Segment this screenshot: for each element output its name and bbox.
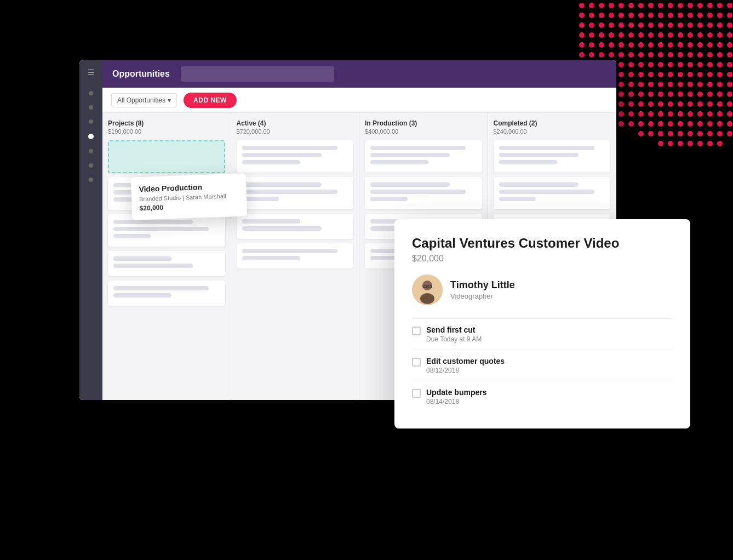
card-line [370, 153, 450, 157]
task-label-2: Update bumpers [426, 388, 486, 397]
card-line [499, 182, 579, 187]
card-line [113, 220, 193, 224]
detail-amount: $20,000 [412, 254, 673, 264]
kanban-card[interactable] [108, 214, 225, 247]
column-amount-in-production: $400,000.00 [365, 128, 482, 135]
card-line [370, 190, 466, 194]
card-line [113, 293, 171, 298]
sidebar-nav-item-2[interactable] [89, 105, 93, 110]
column-amount-completed: $240,000.00 [494, 128, 611, 135]
filter-dropdown[interactable]: All Opportunities ▾ [111, 93, 177, 107]
person-role: Videographer [450, 292, 515, 300]
dragging-card-amount: $20,000 [139, 201, 239, 212]
kanban-card[interactable] [365, 177, 482, 209]
column-title-projects: Projects (8) [108, 119, 225, 127]
detail-panel: Capital Ventures Customer Video $20,000 … [394, 219, 690, 428]
kanban-card[interactable] [494, 177, 611, 209]
card-line [113, 286, 209, 290]
dragging-card-subtitle: Branded Studio | Sarah Marshall [139, 192, 239, 202]
kanban-card[interactable] [365, 140, 482, 173]
task-content-1: Edit customer quotes 08/12/2018 [426, 357, 505, 374]
card-line [113, 234, 151, 238]
card-line [242, 249, 337, 253]
page-title: Opportunities [112, 69, 170, 79]
task-item-1: Edit customer quotes 08/12/2018 [412, 350, 673, 381]
sidebar-nav-item-1[interactable] [89, 91, 93, 95]
card-line [242, 256, 300, 260]
app-header: Opportunities [102, 60, 616, 88]
sidebar-nav-item-4-active[interactable] [88, 134, 94, 139]
detail-title: Capital Ventures Customer Video [412, 236, 673, 252]
kanban-card[interactable] [237, 214, 354, 239]
card-line [113, 227, 209, 231]
task-checkbox-1[interactable] [412, 358, 421, 367]
kanban-column-active: Active (4) $720,000.00 [231, 113, 360, 400]
avatar-image [412, 275, 443, 305]
card-line [370, 160, 428, 164]
card-line [113, 264, 193, 268]
column-title-active: Active (4) [237, 119, 354, 127]
sidebar-nav-item-7[interactable] [89, 178, 93, 182]
kanban-card[interactable] [237, 140, 354, 173]
card-line [242, 146, 337, 150]
card-line [242, 219, 300, 224]
sidebar-nav-item-5[interactable] [89, 149, 93, 153]
kanban-card[interactable] [237, 243, 354, 268]
card-line [242, 153, 322, 157]
dragging-card-title: Video Production [139, 181, 238, 193]
kanban-column-projects: Projects (8) $190,000.00 [102, 113, 231, 400]
filter-label: All Opportunities [117, 96, 165, 104]
card-line [499, 160, 557, 164]
search-input[interactable] [181, 66, 334, 82]
column-header-in-production: In Production (3) $400,000.00 [365, 119, 482, 135]
task-content-0: Send first cut Due Today at 9 AM [426, 325, 482, 343]
dragging-card: Video Production Branded Studio | Sarah … [131, 173, 248, 220]
card-line [370, 197, 408, 201]
card-line [499, 190, 594, 194]
add-new-button[interactable]: ADD NEW [184, 93, 237, 108]
svg-point-5 [420, 293, 434, 304]
card-line [370, 146, 466, 150]
kanban-card[interactable] [494, 140, 611, 173]
kanban-card[interactable] [108, 281, 225, 306]
card-line [242, 182, 322, 187]
sidebar-nav-item-3[interactable] [89, 119, 93, 124]
person-name: Timothy Little [450, 279, 515, 291]
task-item-0: Send first cut Due Today at 9 AM [412, 318, 673, 350]
sidebar-nav-item-6[interactable] [89, 163, 93, 168]
drop-target-card [108, 140, 225, 173]
task-checkbox-0[interactable] [412, 327, 421, 335]
task-due-1: 08/12/2018 [426, 367, 505, 374]
card-line [499, 153, 579, 157]
card-line [370, 182, 450, 187]
kanban-card[interactable] [108, 251, 225, 276]
task-due-0: Due Today at 9 AM [426, 335, 482, 343]
card-line [242, 160, 300, 164]
task-item-2: Update bumpers 08/14/2018 [412, 381, 673, 412]
task-label-0: Send first cut [426, 325, 482, 334]
chevron-down-icon: ▾ [168, 96, 171, 104]
column-header-projects: Projects (8) $190,000.00 [108, 119, 225, 135]
toolbar: All Opportunities ▾ ADD NEW [102, 88, 616, 113]
kanban-card[interactable] [237, 177, 354, 209]
card-line [242, 226, 322, 231]
card-line [499, 197, 536, 201]
card-line [242, 197, 279, 201]
column-amount-active: $720,000.00 [237, 128, 354, 135]
hamburger-icon[interactable]: ☰ [88, 68, 95, 77]
task-checkbox-2[interactable] [412, 389, 421, 398]
column-header-completed: Completed (2) $240,000.00 [494, 119, 611, 135]
person-info: Timothy Little Videographer [450, 279, 515, 300]
column-title-in-production: In Production (3) [365, 119, 482, 127]
person-row: Timothy Little Videographer [412, 275, 673, 305]
card-line [242, 190, 337, 194]
task-list: Send first cut Due Today at 9 AM Edit cu… [412, 318, 673, 412]
avatar [412, 275, 443, 305]
sidebar: ☰ [79, 60, 102, 400]
task-due-2: 08/14/2018 [426, 398, 486, 405]
column-amount-projects: $190,000.00 [108, 128, 225, 135]
column-header-active: Active (4) $720,000.00 [237, 119, 354, 135]
task-content-2: Update bumpers 08/14/2018 [426, 388, 486, 405]
card-line [499, 146, 594, 150]
column-title-completed: Completed (2) [494, 119, 611, 127]
